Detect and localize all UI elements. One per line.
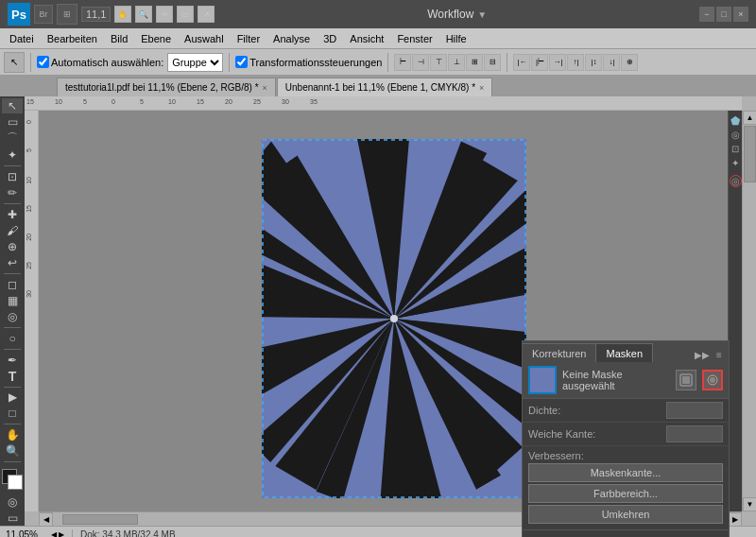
mask-thumbnail[interactable] [528, 366, 557, 394]
status-arrow-left[interactable]: ◀ [51, 530, 57, 537]
tab-masken[interactable]: Masken [596, 343, 653, 362]
auto-select-dropdown[interactable]: Gruppe [167, 53, 223, 72]
panel-bottom-icon-1[interactable]: ⊕ [528, 533, 545, 537]
tool-blur[interactable]: ◎ [2, 309, 23, 324]
close-button[interactable]: × [733, 7, 748, 22]
align-left-icon[interactable]: ⊢ [394, 54, 411, 71]
tool-screen-mode[interactable]: ▭ [2, 511, 23, 526]
tab-unbenannt-close[interactable]: × [479, 83, 484, 93]
menu-filter[interactable]: Filter [232, 31, 266, 46]
tool-zoom[interactable]: 🔍 [2, 443, 23, 459]
hand-tool-icon[interactable]: ✋ [114, 6, 131, 23]
menu-bearbeiten[interactable]: Bearbeiten [42, 31, 103, 46]
arrow-tool-icon[interactable]: ↗ [198, 6, 215, 23]
menu-datei[interactable]: Datei [4, 31, 40, 46]
scroll-v-thumb[interactable] [744, 126, 756, 182]
tab-testtutorial-close[interactable]: × [263, 83, 267, 93]
panel-icon-3[interactable]: ⊡ [730, 143, 742, 155]
tab-unbenannt[interactable]: Unbenannt-1 bei 11,1% (Ebene 1, CMYK/8) … [277, 78, 493, 96]
workflow-dropdown-icon[interactable]: ▼ [477, 9, 487, 20]
sunburst-svg [262, 139, 526, 498]
tool-shape[interactable]: □ [2, 406, 23, 421]
tool-dodge[interactable]: ○ [2, 331, 23, 346]
zoom-tool-icon[interactable]: 🔍 [135, 6, 152, 23]
mask-add-btn[interactable] [676, 370, 696, 390]
tool-pen[interactable]: ✒ [2, 352, 23, 367]
status-arrow-right[interactable]: ▶ [59, 530, 64, 537]
align-bottom-icon[interactable]: ⊟ [484, 54, 501, 71]
move-tool-options-icon[interactable]: ↖ [4, 52, 25, 73]
auto-select-checkbox[interactable] [37, 56, 49, 68]
workflow-button[interactable]: Workflow [427, 8, 473, 21]
panel-bottom-icon-2[interactable]: ◎ [549, 533, 566, 537]
maximize-button[interactable]: □ [716, 7, 731, 22]
scroll-right-arrow[interactable]: ▶ [728, 512, 742, 527]
background-color[interactable] [8, 475, 23, 490]
dist-center-h-icon[interactable]: |⊢ [531, 54, 548, 71]
tool-erase[interactable]: ◻ [2, 277, 23, 292]
scroll-up-arrow[interactable]: ▲ [743, 111, 756, 125]
tool-heal[interactable]: ✚ [2, 207, 23, 222]
weiche-kante-input[interactable] [666, 425, 723, 442]
align-top-icon[interactable]: ⊥ [448, 54, 465, 71]
panel-bottom-icon-3[interactable]: ✖ [570, 533, 587, 537]
dist-center-v-icon[interactable]: |↕ [585, 54, 602, 71]
tool-size-input[interactable]: 11,1 [81, 7, 111, 22]
scrollbar-vertical[interactable]: ▲ ▼ [742, 111, 756, 511]
tool-crop[interactable]: ⊡ [2, 169, 23, 184]
scroll-v-track[interactable] [743, 125, 756, 497]
dist-bottom-icon[interactable]: ↓| [603, 54, 620, 71]
panel-icon-2[interactable]: ◎ [730, 129, 742, 141]
tab-korrekturen[interactable]: Korrekturen [523, 343, 596, 362]
menu-analyse[interactable]: Analyse [267, 31, 316, 46]
tool-stamp[interactable]: ⊕ [2, 239, 23, 254]
scroll-left-arrow[interactable]: ◀ [39, 512, 53, 527]
tool-history-brush[interactable]: ↩ [2, 255, 23, 270]
tool-rect-select[interactable]: ▭ [2, 114, 23, 130]
panel-icon-5[interactable]: ◎ [730, 175, 742, 187]
dist-top-icon[interactable]: ↑| [567, 54, 584, 71]
menu-hilfe[interactable]: Hilfe [440, 31, 472, 46]
scroll-h-thumb[interactable] [62, 514, 138, 525]
tool-colors[interactable] [2, 469, 23, 490]
tool-hand[interactable]: ✋ [2, 427, 23, 442]
dist-left-icon[interactable]: |← [513, 54, 530, 71]
umkehren-button[interactable]: Umkehren [528, 505, 723, 524]
menu-fenster[interactable]: Fenster [391, 31, 438, 46]
shape-tool-icon[interactable]: ▭ [177, 6, 194, 23]
menu-bild[interactable]: Bild [105, 31, 133, 46]
br-icon[interactable]: Br [34, 5, 53, 24]
tool-magic-wand[interactable]: ✦ [2, 147, 23, 163]
tool-move[interactable]: ↖ [2, 98, 23, 113]
minimize-button[interactable]: − [699, 7, 714, 22]
dist-extra-icon[interactable]: ⊕ [621, 54, 638, 71]
align-right-icon[interactable]: ⊤ [430, 54, 447, 71]
menu-3d[interactable]: 3D [318, 31, 342, 46]
tool-gradient[interactable]: ▦ [2, 293, 23, 308]
panel-menu-btn[interactable]: ≡ [712, 347, 727, 362]
panel-icon-4[interactable]: ✦ [730, 157, 742, 169]
menu-ansicht[interactable]: Ansicht [344, 31, 389, 46]
brush-tool-icon[interactable]: ✏ [156, 6, 173, 23]
dist-right-icon[interactable]: →| [549, 54, 566, 71]
tool-eyedropper[interactable]: ✏ [2, 185, 23, 200]
transform-checkbox[interactable] [235, 56, 248, 68]
panel-expand-btn[interactable]: ▶▶ [695, 347, 710, 362]
tool-path-select[interactable]: ▶ [2, 390, 23, 405]
dichte-input[interactable] [666, 402, 723, 419]
farbbereich-button[interactable]: Farbbereich... [528, 484, 723, 503]
menu-auswahl[interactable]: Auswahl [179, 31, 230, 46]
tool-text[interactable]: T [2, 369, 23, 384]
mode-icon[interactable]: ⊞ [57, 4, 77, 25]
panel-icon-1[interactable]: ⬟ [730, 114, 742, 127]
mask-pixel-btn[interactable] [702, 370, 723, 390]
align-center-h-icon[interactable]: ⊣ [412, 54, 429, 71]
tool-mask-mode[interactable]: ◎ [2, 494, 23, 510]
tool-brush[interactable]: 🖌 [2, 223, 23, 238]
scroll-down-arrow[interactable]: ▼ [743, 497, 756, 511]
tab-testtutorial[interactable]: testtutoria1l.pdf bei 11,1% (Ebene 2, RG… [57, 78, 276, 96]
menu-ebene[interactable]: Ebene [135, 31, 177, 46]
align-center-v-icon[interactable]: ⊞ [466, 54, 483, 71]
maskenkante-button[interactable]: Maskenkante... [528, 463, 723, 482]
tool-lasso[interactable]: ⌒ [2, 130, 23, 147]
